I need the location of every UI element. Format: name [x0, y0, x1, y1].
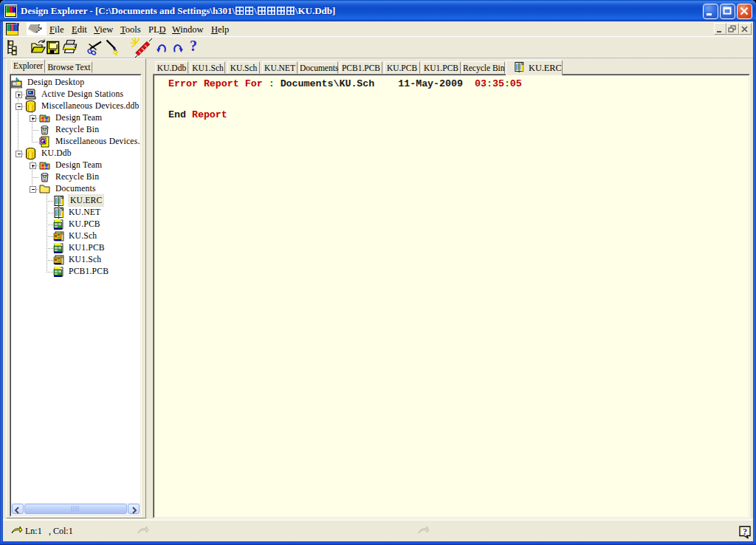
svg-text:?: ? — [743, 527, 747, 536]
